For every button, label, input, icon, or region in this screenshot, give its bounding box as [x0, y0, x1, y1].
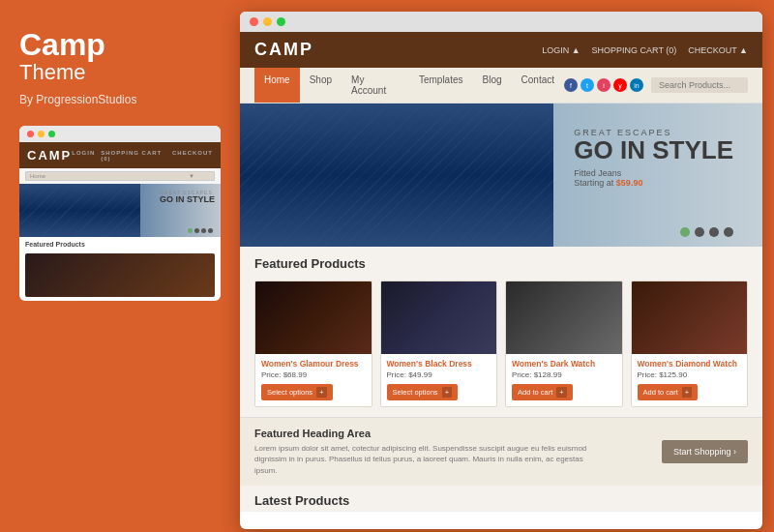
mini-checkout: CHECKOUT — [172, 150, 213, 162]
social-icon-1[interactable]: f — [564, 78, 578, 92]
mini-dot-2 — [194, 228, 199, 233]
hero-text: GREAT ESCAPES GO IN STYLE Fitted Jeans S… — [574, 128, 733, 188]
login-link[interactable]: LOGIN ▲ — [542, 45, 580, 55]
mini-hero: GREAT ESCAPES GO IN STYLE — [19, 184, 221, 237]
browser-bar — [240, 12, 762, 32]
nav-home[interactable]: Home — [254, 68, 300, 103]
product-info-3: Women's Dark Watch Price: $128.99 — [506, 354, 622, 379]
product-card-1: Women's Glamour Dress Price: $68.99 Sele… — [254, 281, 372, 407]
product-info-1: Women's Glamour Dress Price: $68.99 — [255, 354, 372, 379]
products-row: Women's Glamour Dress Price: $68.99 Sele… — [254, 281, 748, 407]
hero-headline: GO IN STYLE — [574, 137, 733, 163]
mini-jeans — [19, 184, 140, 237]
nav-shop[interactable]: Shop — [300, 68, 342, 103]
product-price-4: Price: $125.90 — [638, 370, 742, 379]
left-panel: Camp Theme By ProgressionStudios CAMP LO… — [0, 0, 240, 532]
nav-contact[interactable]: Contact — [512, 68, 564, 103]
social-icon-2[interactable]: t — [580, 78, 594, 92]
featured-area-title: Featured Heading Area — [254, 428, 662, 439]
hero-dot-3[interactable] — [709, 227, 719, 237]
site-header: CAMP LOGIN ▲ SHOPPING CART (0) CHECKOUT … — [240, 32, 762, 68]
product-info-4: Women's Diamond Watch Price: $125.90 — [632, 354, 748, 379]
mini-product — [25, 253, 215, 297]
start-shopping-button[interactable]: Start Shopping › — [662, 440, 748, 463]
product-btn-1[interactable]: Select options + — [261, 384, 333, 400]
nav-right: f t i y in — [564, 77, 748, 93]
product-name-4: Women's Diamond Watch — [638, 359, 742, 369]
product-btn-4[interactable]: Add to cart + — [638, 384, 699, 400]
product-price-2: Price: $49.99 — [387, 370, 491, 379]
mini-dropdown: Home ▼ — [25, 171, 215, 181]
featured-section: Featured Products Women's Glamour Dress … — [240, 247, 762, 417]
mini-nav: CAMP LOGIN SHOPPING CART (0) CHECKOUT — [19, 142, 221, 168]
nav-templates[interactable]: Templates — [409, 68, 473, 103]
product-btn-2[interactable]: Select options + — [387, 384, 459, 400]
mini-product-img — [25, 253, 215, 297]
hero-dot-4[interactable] — [724, 227, 733, 237]
product-card-2: Women's Black Dress Price: $49.99 Select… — [380, 281, 498, 407]
nav-links: Home Shop My Account Templates Blog Cont… — [254, 68, 564, 103]
social-icon-3[interactable]: i — [597, 78, 610, 92]
hero-price: $59.90 — [616, 178, 643, 188]
latest-title: Latest Products — [240, 486, 762, 512]
plus-icon-4: + — [682, 387, 692, 398]
mini-dot-green — [48, 131, 55, 137]
social-icon-4[interactable]: y — [613, 78, 627, 92]
product-name-1: Women's Glamour Dress — [261, 359, 366, 369]
mini-topbar: Home ▼ — [19, 168, 221, 184]
mini-login: LOGIN — [72, 150, 95, 162]
mini-dot-red — [27, 131, 34, 137]
main-browser: CAMP LOGIN ▲ SHOPPING CART (0) CHECKOUT … — [240, 12, 762, 529]
by-text: By ProgressionStudios — [19, 93, 221, 106]
mini-dot-1 — [188, 228, 193, 233]
featured-area-text: Lorem ipsum dolor sit amet, cotectur adi… — [254, 443, 593, 476]
site-logo: CAMP — [254, 40, 313, 60]
mini-featured-title: Featured Products — [19, 237, 221, 251]
hero-slider: GREAT ESCAPES GO IN STYLE Fitted Jeans S… — [240, 103, 762, 247]
plus-icon-1: + — [316, 387, 326, 398]
plus-icon-2: + — [442, 387, 452, 398]
product-image-3 — [506, 281, 622, 354]
browser-dot-red — [250, 17, 258, 26]
plus-icon-3: + — [556, 387, 566, 398]
mini-browser-bar — [19, 126, 221, 142]
hero-dot-2[interactable] — [695, 227, 704, 237]
product-price-3: Price: $128.99 — [512, 370, 616, 379]
theme-subtitle: Theme — [19, 60, 221, 85]
hero-dots — [680, 227, 733, 237]
search-input[interactable] — [651, 77, 748, 93]
mini-dot-3 — [201, 228, 206, 233]
product-name-2: Women's Black Dress — [387, 359, 491, 369]
mini-product-row — [19, 251, 221, 301]
cart-link[interactable]: SHOPPING CART (0) — [592, 45, 677, 55]
checkout-link[interactable]: CHECKOUT ▲ — [688, 45, 748, 55]
browser-dot-yellow — [263, 17, 272, 26]
browser-dot-green — [277, 17, 285, 26]
featured-title: Featured Products — [254, 256, 748, 271]
hero-product: Fitted Jeans Starting at $59.90 — [574, 168, 733, 188]
product-image-1 — [255, 281, 372, 354]
product-image-2 — [381, 281, 497, 354]
featured-area: Featured Heading Area Lorem ipsum dolor … — [240, 417, 762, 486]
header-actions: LOGIN ▲ SHOPPING CART (0) CHECKOUT ▲ — [542, 45, 748, 55]
product-price-1: Price: $68.99 — [261, 370, 366, 379]
product-card-3: Women's Dark Watch Price: $128.99 Add to… — [505, 281, 623, 407]
theme-title: Camp — [19, 29, 221, 60]
mini-logo: CAMP — [27, 148, 72, 163]
mini-cart: SHOPPING CART (0) — [101, 150, 166, 162]
site-nav: Home Shop My Account Templates Blog Cont… — [240, 68, 762, 103]
mini-hero-dots — [188, 228, 213, 233]
product-btn-3[interactable]: Add to cart + — [512, 384, 573, 400]
mini-dot-4 — [208, 228, 213, 233]
hero-jeans-texture — [240, 103, 553, 247]
mini-dot-yellow — [38, 131, 45, 137]
hero-dot-1[interactable] — [680, 227, 690, 237]
product-image-4 — [632, 281, 748, 354]
featured-area-content: Featured Heading Area Lorem ipsum dolor … — [254, 428, 662, 476]
social-icons: f t i y in — [564, 78, 643, 92]
product-card-4: Women's Diamond Watch Price: $125.90 Add… — [631, 281, 749, 407]
nav-my-account[interactable]: My Account — [342, 68, 409, 103]
product-info-2: Women's Black Dress Price: $49.99 — [381, 354, 497, 379]
nav-blog[interactable]: Blog — [473, 68, 512, 103]
social-icon-5[interactable]: in — [630, 78, 643, 92]
